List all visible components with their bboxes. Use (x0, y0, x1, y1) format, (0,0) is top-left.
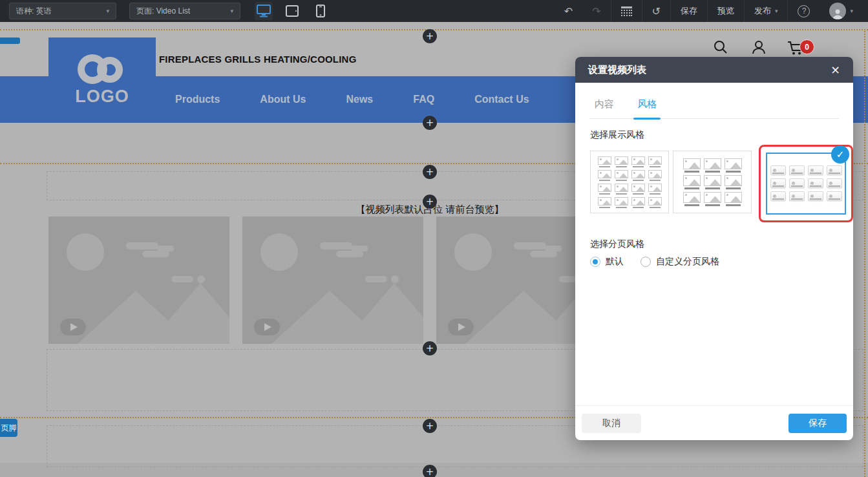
add-module-button[interactable]: + (423, 116, 437, 130)
mobile-icon (316, 5, 325, 17)
chevron-down-icon: ▾ (850, 8, 853, 14)
grid-icon (621, 6, 632, 16)
undo-button[interactable]: ↶ (555, 0, 582, 22)
logo-text: LOGO (75, 87, 129, 107)
selected-style-highlight: ✓ (759, 145, 853, 222)
style-option-grid-4x4[interactable] (590, 151, 669, 213)
selected-check-icon: ✓ (831, 145, 849, 164)
plus-icon: + (426, 30, 434, 42)
page-select-value: 页面: Video List (136, 6, 190, 17)
site-nav-links: Products About Us News FAQ Contact Us (175, 76, 529, 123)
nav-item-about-us[interactable]: About Us (260, 94, 306, 105)
chevron-down-icon: ▾ (230, 8, 233, 14)
save-button[interactable]: 保存 (670, 0, 707, 22)
tab-style[interactable]: 风格 (637, 98, 657, 118)
plus-icon: + (426, 196, 434, 207)
plus-icon: + (426, 166, 434, 178)
tablet-icon (286, 5, 299, 17)
add-module-button[interactable]: + (423, 465, 437, 477)
search-icon[interactable] (714, 40, 728, 54)
add-module-button[interactable]: + (423, 29, 437, 43)
chevron-down-icon: ▾ (775, 8, 778, 14)
radio-label: 自定义分页风格 (656, 256, 719, 268)
account-menu[interactable]: ▾ (820, 0, 863, 22)
undo-icon: ↶ (564, 5, 573, 17)
add-module-button[interactable]: + (423, 195, 437, 209)
nav-item-faq[interactable]: FAQ (413, 94, 434, 105)
style-option-grid-3x3[interactable] (673, 151, 752, 213)
style-thumbnail (683, 158, 742, 206)
publish-button[interactable]: 发布 ▾ (744, 0, 788, 22)
radio-icon (640, 257, 651, 267)
display-style-options: ✓ (590, 151, 853, 222)
preview-button[interactable]: 预览 (707, 0, 744, 22)
tab-content[interactable]: 内容 (595, 98, 614, 118)
pagination-option-custom[interactable]: 自定义分页风格 (640, 256, 719, 268)
section-boundary-right (864, 29, 865, 477)
redo-button[interactable]: ↷ (582, 0, 610, 22)
site-logo[interactable]: LOGO (48, 37, 156, 123)
dialog-footer: 取消 保存 (575, 405, 853, 440)
chevron-down-icon: ▾ (106, 8, 109, 14)
video-placeholder-card[interactable] (242, 217, 423, 344)
device-switcher (255, 0, 330, 22)
add-module-button[interactable]: + (423, 341, 437, 355)
save-button[interactable]: 保存 (789, 414, 847, 433)
desktop-icon (257, 5, 271, 17)
language-select[interactable]: 语种: 英语 ▾ (9, 3, 116, 19)
cancel-button[interactable]: 取消 (582, 414, 641, 433)
add-module-button[interactable]: + (423, 419, 437, 433)
plus-icon: + (426, 343, 434, 354)
user-account-icon[interactable] (752, 40, 766, 54)
video-list-settings-dialog: 设置视频列表 × 内容 风格 选择展示风格 ✓ 选择分页风格 默认 自定义分页风… (575, 57, 853, 440)
close-icon[interactable]: × (831, 64, 840, 76)
pagination-options: 默认 自定义分页风格 (590, 256, 719, 268)
desktop-view-button[interactable] (255, 2, 273, 20)
nav-item-news[interactable]: News (346, 94, 373, 105)
style-thumbnail (770, 165, 842, 202)
display-style-label: 选择展示风格 (590, 129, 644, 141)
video-placeholder-card[interactable] (48, 217, 229, 344)
editor-toolbar: 语种: 英语 ▾ 页面: Video List ▾ ↶ ↷ ↺ 保存 预览 发布… (0, 0, 868, 22)
language-select-value: 语种: 英语 (16, 6, 52, 17)
style-thumbnail (598, 156, 662, 208)
mobile-view-button[interactable] (312, 2, 330, 20)
video-list-module (48, 217, 617, 344)
page-select[interactable]: 页面: Video List ▾ (129, 3, 240, 19)
history-icon: ↺ (652, 5, 661, 17)
radio-icon (590, 257, 600, 267)
toolbar-actions: ↶ ↷ ↺ 保存 预览 发布 ▾ ? ▾ (555, 0, 863, 22)
cart-count-badge: 0 (799, 39, 814, 54)
redo-icon: ↷ (592, 5, 600, 17)
nav-item-contact-us[interactable]: Contact Us (474, 94, 529, 105)
dialog-tabs: 内容 风格 (589, 98, 839, 119)
style-option-grid-4x3-selected[interactable] (766, 153, 846, 215)
tablet-view-button[interactable] (283, 2, 301, 20)
publish-label: 发布 (754, 5, 771, 17)
avatar (829, 3, 846, 19)
plus-icon: + (426, 466, 434, 477)
pagination-style-label: 选择分页风格 (590, 238, 644, 250)
footer-section-tag[interactable]: 页脚 (0, 419, 17, 437)
add-module-button[interactable]: + (423, 165, 437, 179)
header-section-tag[interactable] (0, 37, 20, 44)
pagination-option-default[interactable]: 默认 (590, 256, 624, 268)
plus-icon: + (426, 420, 434, 432)
history-button[interactable]: ↺ (642, 0, 670, 22)
help-button[interactable]: ? (787, 0, 820, 22)
dialog-header: 设置视频列表 × (575, 57, 853, 83)
site-header-title: FIREPLACES GRILLS HEATING/COOLING (159, 54, 357, 65)
nav-item-products[interactable]: Products (175, 94, 220, 105)
help-icon: ? (798, 5, 810, 17)
grid-settings-button[interactable] (611, 0, 642, 22)
dialog-title: 设置视频列表 (588, 64, 646, 76)
user-icon (831, 8, 844, 19)
plus-icon: + (426, 117, 434, 129)
radio-label: 默认 (606, 256, 624, 268)
logo-rings-icon (78, 54, 127, 85)
